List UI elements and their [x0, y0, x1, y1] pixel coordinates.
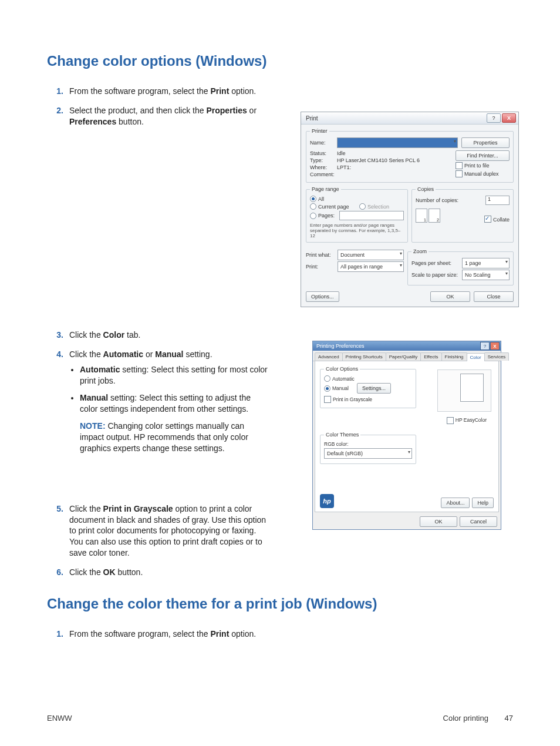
dialog-title: Print [306, 115, 485, 122]
print-to-file-checkbox[interactable] [456, 162, 463, 169]
help-window-button[interactable]: ? [480, 342, 490, 350]
close-window-button[interactable]: X [502, 113, 516, 123]
step-text-part: option. [229, 86, 256, 96]
comment-label: Comment: [310, 172, 337, 177]
bold-ok: OK [103, 567, 116, 577]
collate-label: Collate [493, 217, 510, 223]
footer-section: Color printing [443, 714, 488, 723]
scale-label: Scale to paper size: [411, 272, 462, 278]
print-select[interactable]: All pages in range [338, 261, 404, 272]
cancel-button[interactable]: Cancel [460, 516, 497, 527]
collate-preview-icon [416, 209, 427, 223]
steps-list-a-continued2: 5. Click the Print in Grayscale option t… [47, 503, 270, 578]
printer-legend: Printer [310, 128, 329, 134]
selection-radio[interactable] [359, 203, 366, 210]
steps-list-a: 1. From the software program, select the… [47, 86, 270, 127]
page-preview [437, 369, 491, 412]
bold-automatic: Automatic [80, 365, 120, 374]
tab-effects[interactable]: Effects [420, 352, 441, 361]
pages-input[interactable] [339, 211, 404, 220]
step-number: 1. [47, 86, 69, 97]
where-label: Where: [310, 164, 337, 170]
bold-preferences: Preferences [69, 117, 116, 126]
step-number: 2. [47, 105, 69, 127]
copies-legend: Copies [416, 186, 436, 192]
manual-duplex-checkbox[interactable] [456, 170, 463, 177]
scale-select[interactable]: No Scaling [462, 270, 510, 280]
type-label: Type: [310, 157, 337, 163]
help-button[interactable]: Help [472, 498, 494, 508]
tab-paper-quality[interactable]: Paper/Quality [386, 352, 421, 361]
page-range-fieldset: Page range All Current page Selection Pa… [306, 186, 408, 243]
step-text-part: Click the [69, 504, 103, 513]
step-text-part: From the software program, select the [69, 629, 210, 639]
all-label: All [318, 196, 324, 202]
pages-radio[interactable] [310, 213, 316, 219]
heading-change-color-theme: Change the color theme for a print job (… [47, 596, 513, 612]
prefs-title: Printing Preferences [316, 343, 480, 349]
about-button[interactable]: About... [441, 498, 470, 508]
step-number: 6. [47, 567, 69, 578]
color-options-legend: Color Options [324, 366, 360, 372]
tab-printing-shortcuts[interactable]: Printing Shortcuts [342, 352, 386, 361]
status-label: Status: [310, 150, 337, 156]
page-range-legend: Page range [310, 186, 341, 192]
tab-advanced[interactable]: Advanced [315, 352, 343, 361]
current-page-label: Current page [318, 204, 359, 210]
print-what-select[interactable]: Document [338, 250, 404, 260]
bullet-automatic: Automatic setting: Select this setting f… [80, 364, 270, 387]
properties-button[interactable]: Properties [461, 137, 510, 148]
easycolor-checkbox[interactable] [447, 417, 454, 424]
name-label: Name: [310, 140, 337, 146]
settings-button[interactable]: Settings... [357, 383, 391, 394]
step-text-part: Select the product, and then click the [69, 106, 206, 115]
collate-checkbox[interactable] [484, 216, 491, 223]
step-number: 3. [47, 330, 69, 341]
pages-hint: Enter page numbers and/or page ranges se… [310, 223, 404, 238]
manual-radio[interactable] [324, 385, 330, 392]
ok-button[interactable]: OK [420, 516, 457, 527]
current-page-radio[interactable] [310, 203, 316, 210]
tab-color[interactable]: Color [467, 353, 485, 361]
close-button[interactable]: Close [474, 291, 514, 302]
print-label: Print: [306, 264, 338, 270]
step-text: Select the product, and then click the P… [69, 105, 270, 127]
pages-per-sheet-select[interactable]: 1 page [462, 258, 510, 268]
page-number: 47 [505, 714, 513, 723]
help-window-button[interactable]: ? [487, 113, 501, 123]
pages-per-sheet-label: Pages per sheet: [411, 260, 462, 266]
type-value: HP LaserJet CM1410 Series PCL 6 [337, 157, 420, 163]
grayscale-checkbox[interactable] [324, 396, 331, 403]
step-text: Click the Automatic or Manual setting. A… [69, 349, 270, 460]
step-text-part: or [247, 106, 257, 115]
print-to-file-label: Print to file [464, 163, 490, 169]
step-text-part: option. [229, 629, 256, 639]
bold-manual: Manual [155, 350, 183, 359]
rgb-color-select[interactable]: Default (sRGB) [324, 448, 412, 459]
options-button[interactable]: Options... [306, 291, 339, 302]
step-text-part: Click the [69, 567, 103, 577]
num-copies-label: Number of copies: [416, 197, 485, 203]
bold-automatic: Automatic [103, 350, 143, 359]
manual-duplex-label: Manual duplex [464, 171, 499, 177]
color-options-fieldset: Color Options Automatic Manual Settings.… [320, 366, 416, 408]
automatic-radio[interactable] [324, 375, 330, 382]
all-radio[interactable] [310, 196, 316, 202]
ok-button[interactable]: OK [430, 291, 470, 302]
manual-label: Manual [332, 385, 357, 391]
printer-name-select[interactable] [337, 137, 458, 148]
find-printer-button[interactable]: Find Printer... [456, 150, 510, 161]
step-text-part: From the software program, select the [69, 86, 210, 96]
step-text: Click the Print in Grayscale option to p… [69, 503, 270, 559]
heading-change-color-options: Change color options (Windows) [47, 53, 513, 69]
steps-list-a-continued: 3. Click the Color tab. 4. Click the Aut… [47, 330, 270, 460]
tab-finishing[interactable]: Finishing [441, 352, 467, 361]
color-themes-legend: Color Themes [324, 432, 360, 438]
easycolor-label: HP EasyColor [456, 417, 487, 423]
copies-spinner[interactable]: 1 [485, 196, 510, 205]
close-window-button[interactable]: X [490, 342, 500, 350]
tab-services[interactable]: Services [484, 352, 510, 361]
selection-label: Selection [367, 204, 389, 210]
print-dialog-screenshot: Print ? X Printer Name: Properties Statu… [301, 112, 519, 307]
step-text-part: or [143, 350, 155, 359]
